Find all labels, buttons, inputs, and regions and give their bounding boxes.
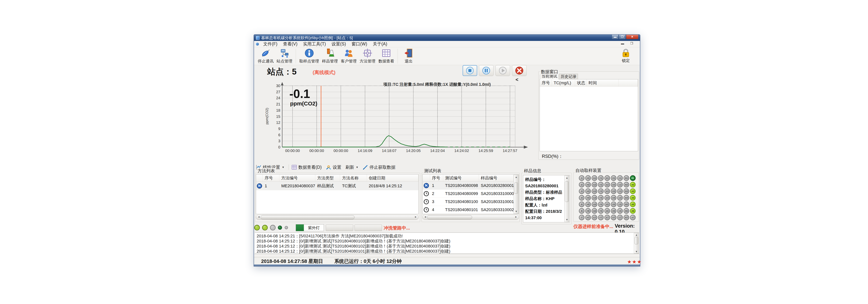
- sampler-vial-D6[interactable]: D6: [611, 208, 616, 214]
- sampler-vial-B5[interactable]: B5: [624, 202, 629, 207]
- table-row[interactable]: 4TS201804080101SA201803310002: [423, 206, 519, 214]
- sampler-vial-F2[interactable]: F2: [598, 182, 603, 188]
- sampler-vial-C1[interactable]: C1: [617, 175, 623, 181]
- method-table[interactable]: 序号方法编号方法类型方法名称创建日期 1ME201804080037样品测试TC…: [256, 174, 418, 214]
- sampler-vial-H1[interactable]: H1: [585, 175, 591, 181]
- sampler-vial-G4[interactable]: G4: [592, 195, 597, 201]
- sampler-vial-H7[interactable]: H7: [585, 215, 591, 220]
- stop-comm-button[interactable]: 停止通讯: [256, 48, 275, 64]
- sampler-vial-A6[interactable]: A6: [630, 208, 636, 214]
- mdi-window-controls[interactable]: ▬ ❒: [621, 41, 636, 45]
- sampler-vial-B6[interactable]: B6: [624, 208, 629, 214]
- sampler-vial-E6[interactable]: E6: [604, 208, 610, 214]
- method-manage-button[interactable]: 方法管理: [358, 48, 377, 64]
- column-header[interactable]: 创建日期: [367, 174, 418, 181]
- sampler-vial-G1[interactable]: G1: [592, 175, 597, 181]
- column-header[interactable]: 方法名称: [340, 174, 367, 181]
- sampler-vial-B1[interactable]: B1: [624, 175, 629, 181]
- sampler-vial-E5[interactable]: E5: [604, 202, 610, 207]
- tab-history[interactable]: 历史记录: [559, 74, 578, 79]
- sampling-point-manage-button[interactable]: 取样点管理: [298, 48, 320, 64]
- sampler-vial-I3[interactable]: I3: [579, 189, 585, 194]
- menu-item[interactable]: 关于(A): [370, 41, 390, 47]
- sampler-vial-F7[interactable]: F7: [598, 215, 603, 220]
- sampler-vial-E3[interactable]: E3: [604, 189, 610, 194]
- column-header[interactable]: 时间: [587, 79, 619, 86]
- sampler-vial-D7[interactable]: D7: [611, 215, 616, 220]
- menu-item[interactable]: 设置(S): [329, 41, 349, 47]
- stop-fetch-button[interactable]: 停止获取数据: [363, 164, 396, 170]
- column-header[interactable]: 测试编号: [443, 174, 479, 181]
- cancel-run-button[interactable]: [512, 65, 527, 76]
- sampler-vial-E7[interactable]: E7: [604, 215, 610, 220]
- sampler-vial-G2[interactable]: G2: [592, 182, 597, 188]
- menu-item[interactable]: 窗口(W): [349, 41, 370, 47]
- sampler-vial-F4[interactable]: F4: [598, 195, 603, 201]
- table-row[interactable]: 3TS201804080100SA201803310001: [423, 198, 519, 206]
- sampler-vial-G3[interactable]: G3: [592, 189, 597, 194]
- sampler-vial-H2[interactable]: H2: [585, 182, 591, 188]
- sample-info-vscrollbar[interactable]: ▲▼: [564, 175, 569, 222]
- sampler-vial-E4[interactable]: E4: [604, 195, 610, 201]
- sampler-vial-A4[interactable]: A4: [630, 195, 636, 201]
- sampler-vial-H4[interactable]: H4: [585, 195, 591, 201]
- sampler-vial-G7[interactable]: G7: [592, 215, 597, 220]
- sampler-vial-B4[interactable]: B4: [624, 195, 629, 201]
- table-row[interactable]: 2TS201804080099SA201803310000: [423, 190, 519, 198]
- sampler-vial-E2[interactable]: E2: [604, 182, 610, 188]
- menu-item[interactable]: 查看(V): [280, 41, 300, 47]
- sampler-vial-C6[interactable]: C6: [617, 208, 623, 214]
- column-header[interactable]: 序号: [262, 174, 279, 181]
- play-button[interactable]: [495, 65, 510, 76]
- sampler-vial-D1[interactable]: D1: [611, 175, 616, 181]
- column-header[interactable]: TC(mg/L): [552, 79, 575, 86]
- lock-button[interactable]: 锁定: [617, 48, 634, 63]
- column-header[interactable]: 序号: [540, 79, 552, 86]
- sampler-vial-F1[interactable]: F1: [598, 175, 603, 181]
- pause-button[interactable]: [479, 65, 494, 76]
- table-row[interactable]: 1ME201804080037样品测试TC测试2018/4/8 14:25:12: [256, 182, 418, 190]
- column-header[interactable]: 样品编号: [479, 174, 514, 181]
- column-header[interactable]: 序号: [430, 174, 443, 181]
- sampler-vial-I7[interactable]: I7: [579, 215, 585, 220]
- sampler-vial-D4[interactable]: D4: [611, 195, 616, 201]
- sampler-vial-B2[interactable]: B2: [624, 182, 629, 188]
- column-header[interactable]: 状态: [575, 79, 587, 86]
- data-view-button[interactable]: 数据查看: [377, 48, 396, 64]
- sampler-vial-D3[interactable]: D3: [611, 189, 616, 194]
- sample-manage-button[interactable]: 样品管理: [320, 48, 339, 64]
- sampler-vial-G5[interactable]: G5: [592, 202, 597, 207]
- test-table[interactable]: 序号测试编号样品编号 1TS201804080098SA201803280001…: [422, 174, 519, 214]
- sampler-vial-C3[interactable]: C3: [617, 189, 623, 194]
- sampler-vial-H6[interactable]: H6: [585, 208, 591, 214]
- sampler-vial-H3[interactable]: H3: [585, 189, 591, 194]
- maximize-button[interactable]: ❒: [619, 35, 626, 39]
- column-header[interactable]: 方法编号: [279, 174, 315, 181]
- minimize-button[interactable]: ▬: [612, 35, 619, 39]
- log-vscrollbar[interactable]: ▲▼: [634, 233, 639, 254]
- sampler-vial-D2[interactable]: D2: [611, 182, 616, 188]
- sampler-vial-D5[interactable]: D5: [611, 202, 616, 207]
- sampler-vial-A1[interactable]: A1: [630, 175, 636, 181]
- menu-item[interactable]: 实用工具(T): [300, 41, 329, 47]
- log-area[interactable]: 2018-04-08 14:25:21：[5/02411706]方法操作 方法[…: [255, 233, 639, 254]
- settings-button[interactable]: 设置: [326, 164, 341, 170]
- sampler-vial-I4[interactable]: I4: [579, 195, 585, 201]
- sampler-vial-I1[interactable]: I1: [579, 175, 585, 181]
- sampler-vial-A2[interactable]: A2: [630, 182, 636, 188]
- sampler-vial-A5[interactable]: A5: [630, 202, 636, 207]
- sampler-vial-I2[interactable]: I2: [579, 182, 585, 188]
- sampler-vial-B7[interactable]: B7: [624, 215, 629, 220]
- sampler-vial-G6[interactable]: G6: [592, 208, 597, 214]
- customer-manage-button[interactable]: 客户管理: [339, 48, 358, 64]
- sampler-vial-H5[interactable]: H5: [585, 202, 591, 207]
- sampler-vial-I5[interactable]: I5: [579, 202, 585, 207]
- sampler-vial-I6[interactable]: I6: [579, 208, 585, 214]
- sampler-vial-C5[interactable]: C5: [617, 202, 623, 207]
- test-table-hscrollbar[interactable]: ◄►: [422, 215, 519, 220]
- sampler-vial-A3[interactable]: A3: [630, 189, 636, 194]
- sampler-vial-B3[interactable]: B3: [624, 189, 629, 194]
- data-view-d-button[interactable]: 数据查看(D): [291, 164, 322, 170]
- sampler-vial-A7[interactable]: A7: [630, 215, 636, 220]
- test-table-vscrollbar[interactable]: ▲▼: [514, 175, 519, 214]
